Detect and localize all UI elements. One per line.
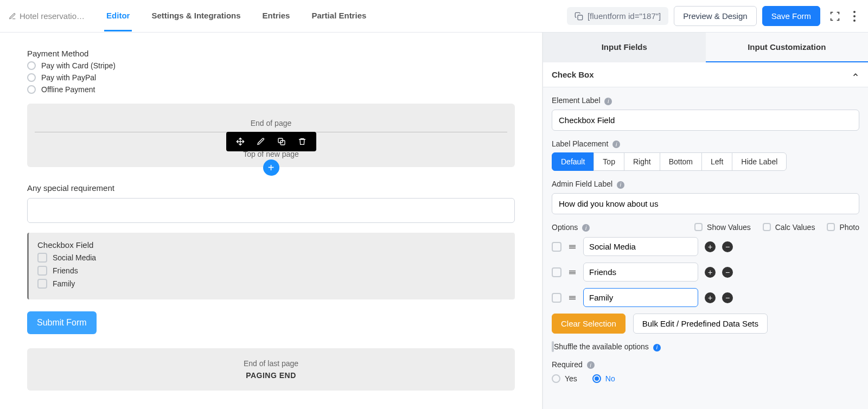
page-break-block[interactable]: End of page Top of new page +: [27, 104, 515, 167]
admin-label-input[interactable]: [552, 193, 859, 214]
info-icon[interactable]: i: [617, 181, 624, 189]
option-label-input[interactable]: [583, 288, 698, 307]
tab-entries[interactable]: Entries: [260, 1, 292, 31]
bulk-edit-button[interactable]: Bulk Edit / Predefined Data Sets: [633, 314, 768, 334]
tab-input-customization[interactable]: Input Customization: [706, 33, 869, 62]
admin-label-row: Admin Field Label i: [552, 180, 859, 214]
placement-right[interactable]: Right: [624, 152, 660, 171]
sidebar-body: Check Box Element Label i Label Placemen…: [543, 62, 868, 408]
checkbox-option[interactable]: Friends: [37, 266, 506, 276]
settings-sidebar: Input Fields Input Customization Check B…: [542, 33, 868, 409]
info-icon[interactable]: i: [582, 224, 590, 232]
tab-settings[interactable]: Settings & Integrations: [149, 1, 242, 31]
label-placement-group: Default Top Right Bottom Left Hide Label: [552, 152, 859, 171]
paging-end-block[interactable]: End of last page PAGING END: [27, 348, 515, 391]
options-header: Options i Show Values Calc Values Photo: [552, 223, 859, 232]
form-name-text: Hotel reservatio…: [20, 11, 85, 21]
required-yes[interactable]: Yes: [552, 374, 577, 383]
duplicate-icon[interactable]: [277, 137, 286, 146]
info-icon[interactable]: i: [604, 98, 612, 105]
tab-input-fields[interactable]: Input Fields: [543, 33, 706, 62]
fullscreen-icon[interactable]: [826, 7, 844, 25]
checkbox-field-block[interactable]: Checkbox Field Social Media Friends Fami…: [27, 233, 515, 299]
radio-icon: [27, 61, 36, 70]
calc-values-checkbox[interactable]: Calc Values: [763, 223, 815, 232]
remove-option-button[interactable]: −: [722, 292, 733, 303]
drag-icon[interactable]: [568, 268, 577, 277]
drag-icon[interactable]: [568, 242, 577, 251]
info-icon[interactable]: i: [653, 344, 661, 352]
block-toolbar: [226, 132, 316, 151]
checkbox-option[interactable]: Family: [37, 279, 506, 289]
option-select-checkbox[interactable]: [552, 267, 561, 277]
section-header[interactable]: Check Box: [543, 62, 868, 87]
element-label-input[interactable]: [552, 110, 859, 131]
options-row: Options i Show Values Calc Values Photo …: [552, 223, 859, 334]
shortcode-text: [fluentform id="187"]: [588, 11, 661, 21]
main: Payment Method Pay with Card (Stripe) Pa…: [0, 33, 868, 409]
header-right: [fluentform id="187"] Preview & Design S…: [567, 6, 859, 26]
option-label-input[interactable]: [583, 263, 698, 282]
info-icon[interactable]: i: [612, 140, 620, 148]
copy-icon: [575, 12, 583, 21]
drag-icon[interactable]: [568, 293, 577, 302]
special-requirement-label: Any special requirement: [27, 183, 515, 193]
option-select-checkbox[interactable]: [552, 242, 561, 252]
shuffle-checkbox[interactable]: Shuffle the available options i: [552, 342, 859, 352]
placement-default[interactable]: Default: [552, 152, 594, 171]
chevron-up-icon: [852, 71, 859, 79]
save-form-button[interactable]: Save Form: [762, 6, 820, 26]
element-label-row: Element Label i: [552, 96, 859, 131]
tab-partial-entries[interactable]: Partial Entries: [309, 1, 368, 31]
required-no[interactable]: No: [592, 374, 615, 383]
more-icon[interactable]: [850, 7, 859, 25]
remove-option-button[interactable]: −: [722, 267, 733, 278]
end-of-page-label: End of page: [35, 119, 507, 127]
payment-option-paypal[interactable]: Pay with PayPal: [27, 73, 515, 82]
delete-icon[interactable]: [298, 137, 307, 146]
paging-end-label: PAGING END: [38, 371, 504, 380]
tab-editor[interactable]: Editor: [104, 1, 132, 31]
checkbox-field-label: Checkbox Field: [37, 240, 506, 250]
edit-icon: [9, 12, 16, 20]
nav-tabs: Editor Settings & Integrations Entries P…: [104, 1, 368, 31]
add-option-button[interactable]: +: [705, 241, 716, 252]
option-label-input[interactable]: [583, 237, 698, 256]
options-label: Options i: [552, 223, 590, 232]
special-requirement-block[interactable]: Any special requirement: [27, 183, 515, 223]
label-placement-row: Label Placement i Default Top Right Bott…: [552, 139, 859, 171]
checkbox-option[interactable]: Social Media: [37, 253, 506, 263]
add-option-button[interactable]: +: [705, 292, 716, 303]
required-label: Required i: [552, 360, 859, 369]
remove-option-button[interactable]: −: [722, 241, 733, 252]
placement-top[interactable]: Top: [593, 152, 624, 171]
move-icon[interactable]: [236, 137, 245, 146]
show-values-checkbox[interactable]: Show Values: [694, 223, 751, 232]
header-left: Hotel reservatio… Editor Settings & Inte…: [9, 1, 368, 31]
form-name[interactable]: Hotel reservatio…: [9, 11, 85, 21]
section-title: Check Box: [552, 70, 594, 79]
shortcode-box[interactable]: [fluentform id="187"]: [567, 7, 668, 25]
payment-option-stripe[interactable]: Pay with Card (Stripe): [27, 61, 515, 70]
preview-button[interactable]: Preview & Design: [674, 6, 756, 26]
placement-left[interactable]: Left: [701, 152, 732, 171]
clear-selection-button[interactable]: Clear Selection: [552, 314, 626, 334]
add-field-button[interactable]: +: [263, 159, 279, 176]
checkbox-icon: [694, 223, 703, 231]
placement-bottom[interactable]: Bottom: [660, 152, 702, 171]
info-icon[interactable]: i: [587, 361, 595, 369]
payment-option-offline[interactable]: Offline Payment: [27, 85, 515, 94]
submit-form-button[interactable]: Submit Form: [27, 311, 97, 334]
end-last-page-label: End of last page: [38, 359, 504, 368]
payment-method-label: Payment Method: [27, 49, 515, 58]
special-requirement-input[interactable]: [27, 198, 515, 223]
checkbox-icon: [37, 279, 47, 289]
radio-icon: [592, 374, 601, 383]
placement-hide[interactable]: Hide Label: [732, 152, 787, 171]
photo-checkbox[interactable]: Photo: [827, 223, 859, 232]
add-option-button[interactable]: +: [705, 267, 716, 278]
edit-icon[interactable]: [257, 137, 265, 146]
radio-icon: [27, 85, 36, 94]
required-row: Required i Yes No: [552, 360, 859, 384]
option-select-checkbox[interactable]: [552, 293, 561, 303]
